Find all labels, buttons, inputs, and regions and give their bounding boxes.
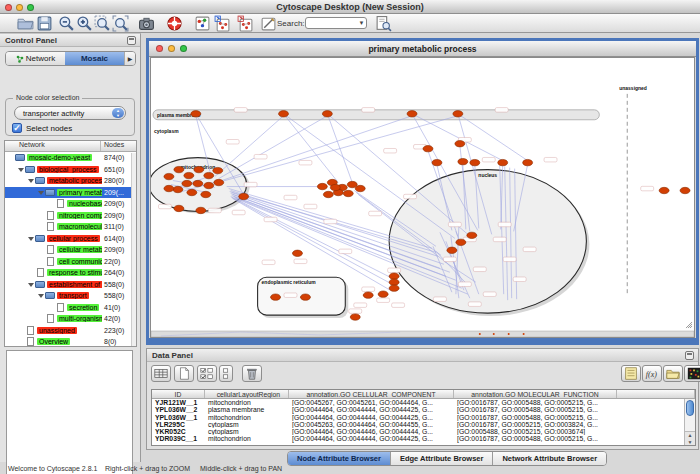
table-cell[interactable]: [GO:0044464, GO:0044444, GO:0044425, G..… [289, 435, 454, 442]
tree-row-primary-metabo[interactable]: primary metabo209(... [5, 187, 136, 199]
graph-node[interactable] [194, 166, 204, 172]
table-cell[interactable]: YJR121W__1 [152, 399, 205, 406]
tree-row-unassigned[interactable]: unassigned223(0) [5, 325, 136, 337]
tree-row-cellular-process[interactable]: cellular process614(0) [5, 233, 136, 245]
data-panel-float-icon[interactable] [685, 351, 694, 360]
table-cell[interactable]: [GO:0016787, GO:0005488, GO:0005215, G..… [454, 406, 617, 413]
column-header[interactable]: ID [152, 390, 205, 398]
graph-node[interactable] [164, 185, 174, 191]
unselect-attributes-icon[interactable] [219, 365, 233, 382]
graph-node[interactable] [659, 187, 669, 193]
graph-node[interactable] [455, 141, 465, 147]
tree-row-nitrogen-compo[interactable]: nitrogen compo209(0) [5, 210, 136, 222]
tree-scrollbar[interactable] [131, 153, 136, 346]
import-attributes-icon[interactable] [663, 365, 683, 382]
graph-node[interactable] [458, 158, 468, 164]
graph-node[interactable] [300, 294, 310, 300]
scrollbar-arrows[interactable]: ▲▼ [685, 431, 695, 445]
graph-node[interactable] [173, 186, 183, 192]
graph-node[interactable] [432, 159, 442, 165]
scrollbar-thumb[interactable] [686, 400, 694, 416]
table-row[interactable]: YLR295Ccytoplasm[GO:0045263, GO:0044464,… [152, 421, 695, 428]
attribute-matrix-icon[interactable] [684, 365, 700, 382]
graph-node[interactable] [271, 294, 281, 300]
modify-network-remove-icon[interactable] [237, 15, 254, 32]
tree-header[interactable]: Network Nodes [5, 141, 136, 152]
graph-node[interactable] [389, 279, 399, 285]
table-cell[interactable]: YPL036W__2 [152, 406, 205, 413]
tree-row-secretion[interactable]: secretion41(0) [5, 302, 136, 314]
table-cell[interactable]: [GO:0045267, GO:0045261, GO:0044464, G..… [289, 399, 454, 406]
graph-node[interactable] [213, 167, 223, 173]
table-cell[interactable]: [GO:0005488, GO:0005215, GO:0003674] [454, 428, 617, 435]
search-dropdown-arrow-icon[interactable]: ▼ [357, 18, 366, 28]
window-titlebar[interactable]: Cytoscape Desktop (New Session) [0, 0, 700, 14]
table-row[interactable]: YDR039C__1mitochondrion[GO:0044464, GO:0… [152, 435, 695, 442]
tree-row-multi-organism-pro[interactable]: multi-organism pro42(0) [5, 313, 136, 325]
data-panel-header[interactable]: Data Panel [147, 349, 698, 362]
graph-node[interactable] [204, 172, 214, 178]
graph-node[interactable] [201, 191, 211, 197]
graph-node[interactable] [453, 111, 463, 117]
graph-node[interactable] [191, 111, 201, 117]
save-icon[interactable] [36, 15, 53, 32]
graph-node[interactable] [317, 183, 327, 189]
graph-node[interactable] [456, 239, 466, 245]
graph-node[interactable] [193, 180, 203, 186]
annotate-icon[interactable] [260, 15, 277, 32]
table-cell[interactable]: cytoplasm [205, 428, 289, 435]
table-cell[interactable]: [GO:0016787, GO:0005488, GO:0005215, G..… [454, 435, 617, 442]
function-builder-icon[interactable]: f(x) [642, 365, 662, 382]
search-options-icon[interactable] [375, 15, 392, 32]
graph-node[interactable] [214, 179, 224, 185]
help-icon[interactable] [166, 15, 183, 32]
tab-network[interactable]: Network [6, 52, 65, 65]
tree-header-network[interactable]: Network [5, 141, 100, 151]
tree-expander-icon[interactable] [27, 177, 35, 184]
birdseye-view[interactable] [6, 350, 133, 474]
attribute-notepad-icon[interactable] [621, 365, 641, 382]
column-header[interactable]: _cellularLayoutRegion [205, 390, 289, 398]
zoom-selected-icon[interactable] [94, 15, 111, 32]
select-attributes-icon[interactable] [197, 365, 217, 382]
table-row[interactable]: YPL036W__2plasma membrane[GO:0044464, GO… [152, 406, 695, 413]
graph-node[interactable] [523, 159, 533, 165]
tree-row-mosaic-demo-yeast[interactable]: mosaic-demo-yeast874(0) [5, 152, 136, 164]
tree-row-cell-communicat[interactable]: cell communicat22(0) [5, 256, 136, 268]
float-panel-icon[interactable] [127, 36, 136, 45]
graph-node[interactable] [447, 247, 457, 253]
graph-node[interactable] [204, 182, 214, 188]
graph-node[interactable] [322, 111, 332, 117]
graph-node[interactable] [174, 205, 184, 211]
tab-overflow-arrow-icon[interactable]: ▶ [124, 52, 135, 65]
tree-row-biological-process[interactable]: biological_process651(0) [5, 164, 136, 176]
tree-row-overview[interactable]: Overview8(0) [5, 336, 136, 347]
tree-row-nucleobase-[interactable]: nucleobase-209(0) [5, 198, 136, 210]
table-row[interactable]: YKR052Ccytoplasm[GO:0044464, GO:0044446,… [152, 428, 695, 435]
graph-node[interactable] [182, 180, 192, 186]
delete-attribute-icon[interactable] [242, 365, 262, 382]
graph-node[interactable] [187, 189, 197, 195]
graph-node[interactable] [470, 159, 480, 165]
tree-expander-icon[interactable] [27, 235, 35, 242]
table-cell[interactable]: YLR295C [152, 421, 205, 428]
table-cell[interactable]: [GO:0016787, GO:0005215, GO:0003824, G..… [454, 421, 617, 428]
table-cell[interactable]: [GO:0044464, GO:0044446, GO:0044444, G..… [289, 428, 454, 435]
table-cell[interactable]: [GO:0044464, GO:0044444, GO:0044425, G..… [289, 414, 454, 421]
graph-node[interactable] [174, 166, 184, 172]
snapshot-icon[interactable] [138, 15, 155, 32]
select-nodes-checkbox[interactable]: ✓ [12, 123, 22, 133]
tree-expander-icon[interactable] [37, 189, 45, 196]
graph-node[interactable] [350, 314, 360, 320]
zoom-out-icon[interactable] [58, 15, 75, 32]
graph-node[interactable] [407, 111, 417, 117]
table-cell[interactable]: plasma membrane [205, 406, 289, 413]
graph-node[interactable] [323, 191, 333, 197]
graph-node[interactable] [239, 193, 249, 199]
graph-node[interactable] [330, 184, 340, 190]
graph-node[interactable] [363, 292, 373, 298]
table-cell[interactable]: mitochondrion [205, 435, 289, 442]
tree-expander-icon[interactable] [37, 292, 45, 299]
tree-row-transport[interactable]: transport558(0) [5, 290, 136, 302]
tree-row-metabolic-process[interactable]: metabolic process280(0) [5, 175, 136, 187]
